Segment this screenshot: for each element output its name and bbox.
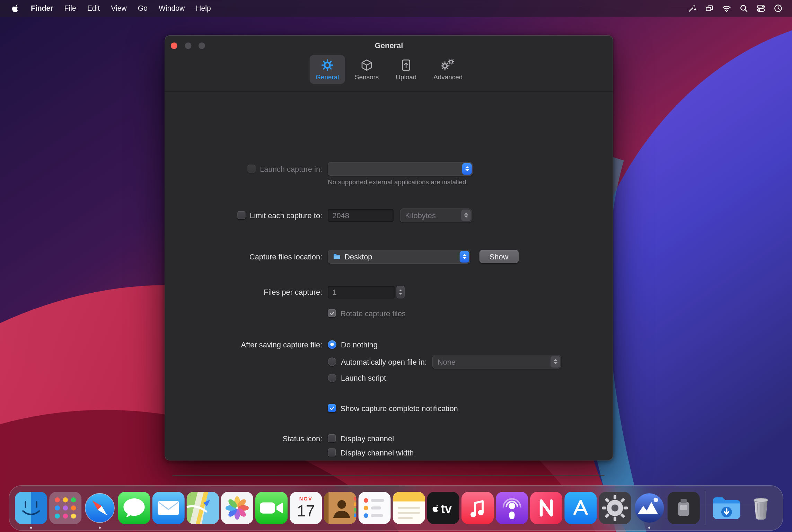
tv-icon: tv [427, 492, 459, 524]
gear-icon [321, 59, 334, 72]
radio-launch-script[interactable] [328, 373, 336, 382]
preferences-toolbar: General Sensors Upload Advanced [165, 55, 613, 84]
display-channel-width-checkbox[interactable] [328, 449, 336, 456]
app-store-icon [564, 492, 597, 524]
display-channel-label: Display channel [341, 434, 394, 443]
menu-file[interactable]: File [59, 0, 82, 17]
after-saving-label: After saving capture file: [241, 340, 323, 349]
news-icon [530, 492, 562, 524]
do-nothing-label: Do nothing [341, 340, 378, 349]
tab-sensors[interactable]: Sensors [349, 55, 385, 84]
downloads-folder-icon [711, 492, 743, 524]
trash-icon [745, 492, 777, 524]
check-icon [329, 405, 335, 411]
upload-icon [399, 59, 413, 72]
popup-arrows-icon [462, 163, 472, 175]
notification-label: Show capture complete notification [341, 404, 458, 413]
dock-item-reminders[interactable] [358, 492, 390, 524]
auto-open-select[interactable]: None [432, 355, 561, 368]
files-per-capture-stepper[interactable] [396, 285, 404, 298]
menu-view[interactable]: View [105, 0, 132, 17]
launch-capture-select[interactable] [328, 162, 473, 175]
dock-item-finder[interactable] [15, 492, 47, 524]
status-icon-label: Status icon: [283, 434, 322, 443]
reminders-icon [358, 492, 390, 524]
desktop: Finder File Edit View Go Window Help [0, 0, 792, 532]
control-center-icon[interactable] [754, 0, 768, 17]
limit-unit-select[interactable]: Kilobytes [400, 208, 472, 222]
radio-auto-open[interactable] [328, 357, 336, 366]
popup-arrows-icon [551, 356, 560, 367]
dock-item-photos[interactable] [221, 492, 253, 524]
dock-item-facetime[interactable] [255, 492, 288, 524]
preferences-content: Launch capture in: No supported external… [165, 91, 613, 460]
dock-item-launchpad[interactable] [49, 492, 81, 524]
tab-upload[interactable]: Upload [388, 55, 424, 84]
clock-icon[interactable] [771, 0, 785, 17]
contacts-icon [324, 492, 356, 524]
wand-icon[interactable] [685, 0, 699, 17]
window-title: General [165, 41, 613, 50]
capture-location-value: Desktop [344, 252, 372, 261]
dock-item-downloads[interactable] [711, 492, 743, 524]
show-button[interactable]: Show [479, 250, 519, 263]
launch-capture-label: Launch capture in: [260, 165, 322, 173]
dock-item-tv[interactable]: tv [427, 492, 459, 524]
dock-item-app-store[interactable] [564, 492, 597, 524]
screen-mirroring-icon[interactable] [702, 0, 716, 17]
rotate-capture-label: Rotate capture files [341, 309, 406, 318]
files-per-capture-field[interactable]: 1 [328, 285, 394, 298]
utility-app-icon [668, 492, 700, 524]
photos-icon [221, 492, 253, 524]
spotlight-search-icon[interactable] [737, 0, 751, 17]
tv-label: tv [441, 502, 452, 515]
menu-go[interactable]: Go [132, 0, 153, 17]
dock-item-system-preferences[interactable] [599, 492, 631, 524]
tab-advanced[interactable]: Advanced [428, 55, 468, 84]
calendar-month: NOV [299, 496, 313, 502]
capture-app-icon [633, 492, 665, 524]
dock-item-trash[interactable] [745, 492, 777, 524]
preferences-window: General General Sensors Upload Advanced [165, 35, 613, 461]
folder-icon [333, 252, 341, 260]
files-per-capture-label: Files per capture: [264, 287, 322, 296]
menu-window[interactable]: Window [153, 0, 190, 17]
dock-item-music[interactable] [461, 492, 494, 524]
apple-menu[interactable] [7, 4, 25, 13]
wifi-icon[interactable] [719, 0, 733, 17]
menu-edit[interactable]: Edit [82, 0, 106, 17]
launch-capture-checkbox[interactable] [247, 165, 255, 172]
capture-location-label: Capture files location: [249, 252, 322, 261]
dock-item-calendar[interactable]: NOV17 [290, 492, 322, 524]
dock-item-news[interactable] [530, 492, 562, 524]
dock-item-podcasts[interactable] [496, 492, 528, 524]
menu-help[interactable]: Help [190, 0, 217, 17]
dock-item-safari[interactable] [83, 492, 116, 524]
dock-item-mail[interactable] [152, 492, 185, 524]
rotate-capture-checkbox[interactable] [328, 309, 336, 317]
limit-size-field[interactable]: 2048 [328, 209, 394, 221]
launch-capture-note: No supported external applications are i… [328, 178, 468, 186]
app-menu-finder[interactable]: Finder [25, 0, 59, 17]
finder-icon [15, 492, 47, 524]
gears-icon [441, 59, 455, 72]
notification-checkbox[interactable] [328, 404, 336, 412]
system-preferences-icon [599, 492, 631, 524]
cube-icon [360, 59, 373, 72]
apple-logo-icon [11, 4, 19, 13]
facetime-icon [255, 492, 288, 524]
dock-item-utility[interactable] [668, 492, 700, 524]
capture-location-select[interactable]: Desktop [328, 250, 470, 263]
dock-item-maps[interactable] [187, 492, 219, 524]
tab-general[interactable]: General [310, 55, 345, 84]
radio-do-nothing[interactable] [328, 340, 336, 349]
dock-item-notes[interactable] [393, 492, 425, 524]
display-channel-checkbox[interactable] [328, 434, 336, 442]
limit-capture-label: Limit each capture to: [250, 211, 322, 220]
menu-bar: Finder File Edit View Go Window Help [0, 0, 792, 17]
dock-item-messages[interactable] [118, 492, 150, 524]
dock-item-capture-app[interactable] [633, 492, 665, 524]
mail-icon [152, 492, 185, 524]
limit-capture-checkbox[interactable] [237, 211, 245, 219]
dock-item-contacts[interactable] [324, 492, 356, 524]
